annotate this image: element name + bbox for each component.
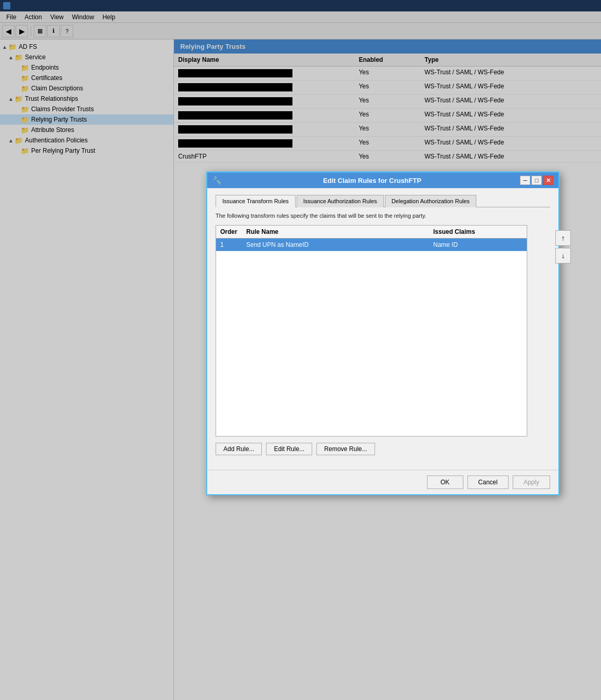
rules-table-wrapper: Order Rule Name Issued Claims 1 Send UPN… [216, 225, 550, 437]
dialog-tabs: Issuance Transform Rules Issuance Author… [216, 194, 550, 207]
edit-rule-button[interactable]: Edit Rule... [266, 443, 312, 455]
col-header-order: Order [216, 227, 242, 236]
tab-issuance-transform[interactable]: Issuance Transform Rules [216, 195, 296, 207]
apply-button[interactable]: Apply [513, 476, 550, 489]
col-header-rule-name: Rule Name [242, 227, 429, 236]
move-down-button[interactable]: ↓ [555, 248, 571, 263]
ok-button[interactable]: OK [427, 476, 463, 489]
rules-table-body: 1 Send UPN as NameID Name ID [216, 239, 527, 436]
rules-table: Order Rule Name Issued Claims 1 Send UPN… [216, 225, 527, 437]
issued-claims-cell: Name ID [429, 240, 527, 249]
dialog-minimize-button[interactable]: ─ [520, 176, 530, 185]
rules-table-header: Order Rule Name Issued Claims [216, 226, 527, 239]
remove-rule-button[interactable]: Remove Rule... [316, 443, 375, 455]
rules-row-selected[interactable]: 1 Send UPN as NameID Name ID [216, 239, 527, 251]
dialog-title-bar: 🔧 Edit Claim Rules for CrushFTP ─ □ ✕ [207, 173, 558, 188]
move-up-button[interactable]: ↑ [555, 230, 571, 246]
cancel-button[interactable]: Cancel [468, 476, 509, 489]
tab-delegation-auth[interactable]: Delegation Authorization Rules [385, 195, 476, 207]
dialog-close-button[interactable]: ✕ [543, 176, 553, 185]
arrow-buttons: ↑ ↓ [555, 230, 571, 263]
dialog-maximize-button[interactable]: □ [531, 176, 542, 185]
dialog-icon: 🔧 [212, 176, 221, 184]
dialog-description: The following transform rules specify th… [216, 213, 550, 219]
add-rule-button[interactable]: Add Rule... [216, 443, 262, 455]
rule-name-cell: Send UPN as NameID [242, 240, 429, 249]
dialog-body: Issuance Transform Rules Issuance Author… [207, 188, 558, 470]
col-header-issued-claims: Issued Claims [429, 227, 527, 236]
dialog-overlay: 🔧 Edit Claim Rules for CrushFTP ─ □ ✕ Is… [0, 0, 601, 700]
action-buttons: Add Rule... Edit Rule... Remove Rule... [216, 443, 550, 455]
dialog-controls: ─ □ ✕ [520, 176, 553, 185]
rule-order-cell: 1 [216, 240, 242, 249]
dialog-title: Edit Claim Rules for CrushFTP [224, 177, 520, 184]
dialog-footer: OK Cancel Apply [207, 470, 558, 494]
edit-claim-rules-dialog: 🔧 Edit Claim Rules for CrushFTP ─ □ ✕ Is… [206, 171, 559, 495]
tab-issuance-auth[interactable]: Issuance Authorization Rules [297, 195, 384, 207]
